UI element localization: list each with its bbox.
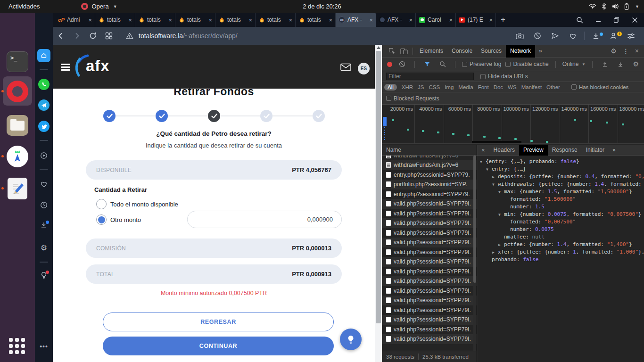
devtools-close-icon[interactable]: × — [635, 47, 639, 55]
record-button[interactable] — [387, 62, 392, 67]
clock[interactable]: 2 de dic 20:26 — [303, 3, 341, 10]
network-request-row[interactable]: valid.php?sessionid=SYPP79I. — [382, 296, 477, 305]
network-request-row[interactable]: valid.php?sessionid=SYPP79I. — [382, 325, 477, 335]
tab-close-icon[interactable]: × — [449, 16, 453, 24]
export-har-icon[interactable] — [615, 61, 626, 67]
tab-close-icon[interactable]: × — [329, 16, 332, 24]
device-toolbar-icon[interactable] — [398, 48, 410, 55]
detail-tab-preview[interactable]: Preview — [519, 145, 548, 156]
system-tray[interactable]: ▼ — [589, 3, 639, 10]
expand-arrow-icon[interactable]: ▶ — [492, 173, 498, 181]
network-request-row[interactable]: valid.php?sessionid=SYPP79I. — [382, 305, 477, 315]
menu-hamburger-icon[interactable] — [61, 64, 70, 71]
sidebar-downloads-button[interactable] — [35, 219, 53, 231]
collapse-arrow-icon[interactable]: ▼ — [498, 189, 504, 196]
mail-envelope-icon[interactable] — [340, 63, 351, 71]
scroll-up-arrow-icon[interactable] — [377, 46, 380, 49]
new-tab-button[interactable]: + — [496, 15, 510, 25]
close-detail-icon[interactable]: × — [477, 147, 489, 154]
sidebar-history-clock-button[interactable] — [35, 199, 53, 211]
requests-scrollbar-thumb[interactable] — [473, 156, 476, 283]
dock-item-terminal[interactable]: >_ — [6, 50, 29, 73]
language-badge[interactable]: ES — [358, 63, 370, 74]
browser-tab[interactable]: totals× — [95, 13, 135, 27]
amount-input[interactable]: 0,000900 — [187, 211, 342, 228]
filter-chip-media[interactable]: Media — [458, 84, 473, 90]
sidebar-whatsapp-button[interactable] — [35, 78, 53, 90]
network-request-row[interactable]: valid.php?sessionid=SYPP79I. — [382, 209, 477, 219]
filter-chip-doc[interactable]: Doc — [494, 84, 503, 90]
json-tree-line[interactable]: ▶pctfee: {number: 1.4, formatted: "1,400… — [477, 241, 644, 248]
continue-button[interactable]: CONTINUAR — [103, 337, 334, 355]
hide-data-urls-checkbox[interactable]: Hide data URLs — [480, 73, 528, 80]
network-settings-gear-icon[interactable]: ⚙ — [633, 60, 639, 68]
devtools-tab-console[interactable]: Console — [447, 45, 477, 58]
page-scrollbar[interactable] — [375, 45, 382, 362]
filter-chip-all[interactable]: All — [384, 84, 397, 90]
afx-logo[interactable]: afx — [74, 53, 121, 80]
dock-item-files[interactable] — [6, 114, 29, 137]
browser-tab[interactable]: cPAdmi× — [55, 13, 95, 27]
tab-close-icon[interactable]: × — [88, 16, 92, 24]
more-tabs-icon[interactable]: » — [535, 48, 546, 54]
browser-tab[interactable]: totals× — [215, 13, 256, 27]
step-3-current[interactable] — [208, 110, 220, 122]
filter-chip-xhr[interactable]: XHR — [402, 84, 413, 90]
tab-close-icon[interactable]: × — [128, 16, 132, 24]
devtools-tab-network[interactable]: Network — [506, 45, 535, 58]
browser-tab[interactable]: totals× — [175, 13, 215, 27]
tab-close-icon[interactable]: × — [369, 16, 373, 24]
radio-option[interactable] — [96, 199, 107, 209]
json-tree-line[interactable]: ▼withdrawals: {pctfee: {number: 1.4, for… — [477, 181, 644, 188]
activities-button[interactable]: Actividades — [8, 3, 40, 10]
sidebar-speed-dial-home-button[interactable] — [35, 49, 53, 62]
restore-window-icon[interactable] — [607, 17, 626, 23]
network-overview-timeline[interactable]: 20000 ms40000 ms60000 ms80000 ms100000 m… — [382, 105, 644, 144]
bookmark-heart-icon[interactable] — [565, 33, 581, 40]
network-request-row[interactable]: valid.php?sessionid=SYPP79I. — [382, 267, 477, 277]
step-5-todo[interactable] — [313, 110, 325, 122]
network-request-row[interactable]: withdrawFundsAm.js?v=6 — [382, 156, 477, 160]
json-tree-line[interactable]: ▼max: {number: 1.5, formatted: "1,500000… — [477, 188, 644, 196]
json-tree-line[interactable]: ▼min: {number: 0.0075, formatted: "0,007… — [477, 211, 644, 218]
devtools-menu-icon[interactable]: ⋮ — [623, 48, 629, 55]
sidebar-settings-gear-button[interactable]: ⚙ — [35, 241, 53, 254]
json-tree-line[interactable]: ▼{entry: {,…}, probando: false} — [477, 158, 644, 165]
inspect-element-icon[interactable] — [386, 48, 398, 55]
tab-close-icon[interactable]: × — [168, 16, 172, 24]
page-scrollbar-thumb[interactable] — [376, 51, 381, 323]
sidebar-ellipsis-button[interactable]: ••• — [35, 340, 53, 353]
devtools-settings-gear-icon[interactable]: ⚙ — [611, 47, 617, 55]
flow-send-icon[interactable] — [547, 32, 563, 40]
network-request-row[interactable]: valid.php?sessionid=SYPP79I. — [382, 257, 477, 267]
forward-button[interactable] — [69, 32, 85, 40]
detail-tab-initiator[interactable]: Initiator — [582, 145, 609, 156]
browser-tab[interactable]: AFX -× — [376, 13, 416, 27]
tab-close-icon[interactable]: × — [248, 16, 252, 24]
dock-item-android-studio[interactable] — [6, 145, 29, 168]
step-4-todo[interactable] — [260, 110, 272, 122]
json-tree-line[interactable]: ▶xfer: {pctfee: {number: 1, formatted: "… — [477, 248, 644, 256]
show-applications-button[interactable] — [9, 338, 25, 354]
collapse-arrow-icon[interactable]: ▼ — [486, 166, 492, 173]
minimize-window-icon[interactable] — [589, 17, 607, 23]
devtools-tab-elements[interactable]: Elements — [415, 45, 447, 58]
sidebar-twitter-button[interactable] — [35, 120, 53, 132]
back-button[interactable]: REGRESAR — [103, 313, 334, 331]
sidebar-player-button[interactable] — [35, 149, 53, 162]
address-bar[interactable]: totalsoftware.la/~afxuser/dev/app/ — [125, 32, 512, 40]
app-menu-button[interactable]: Opera ▼ — [81, 3, 117, 10]
easy-setup-sliders-icon[interactable] — [623, 33, 639, 40]
filter-input[interactable]: Filter — [386, 73, 474, 80]
requests-scrollbar[interactable] — [473, 156, 476, 351]
filter-chip-css[interactable]: CSS — [429, 84, 440, 90]
expand-arrow-icon[interactable]: ▶ — [498, 241, 504, 248]
step-2-done[interactable] — [156, 110, 168, 122]
step-1-done[interactable] — [103, 110, 116, 122]
help-bulb-fab[interactable] — [340, 329, 362, 350]
detail-tab-headers[interactable]: Headers — [489, 145, 519, 156]
close-window-icon[interactable] — [626, 17, 644, 23]
filter-chip-font[interactable]: Font — [478, 84, 489, 90]
collapse-arrow-icon[interactable]: ▼ — [492, 181, 498, 188]
filter-chip-js[interactable]: JS — [418, 84, 424, 90]
